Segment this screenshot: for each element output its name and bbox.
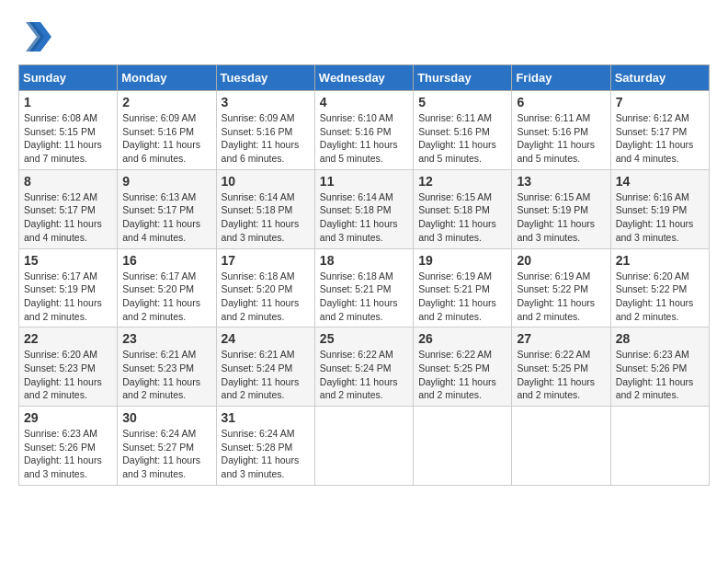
- calendar-day-22: 22 Sunrise: 6:20 AM Sunset: 5:23 PM Dayl…: [19, 327, 118, 407]
- calendar-week-2: 8 Sunrise: 6:12 AM Sunset: 5:17 PM Dayli…: [19, 169, 710, 248]
- daylight-label: Daylight: 11 hours and 5 minutes.: [517, 139, 595, 164]
- sunset-label: Sunset: 5:23 PM: [122, 362, 194, 373]
- daylight-label: Daylight: 11 hours and 2 minutes.: [418, 376, 496, 401]
- calendar-day-11: 11 Sunrise: 6:14 AM Sunset: 5:18 PM Dayl…: [314, 169, 413, 248]
- calendar-day-21: 21 Sunrise: 6:20 AM Sunset: 5:22 PM Dayl…: [610, 248, 709, 327]
- weekday-saturday: Saturday: [610, 65, 709, 91]
- calendar-day-19: 19 Sunrise: 6:19 AM Sunset: 5:21 PM Dayl…: [414, 248, 512, 327]
- sunset-label: Sunset: 5:16 PM: [222, 126, 293, 137]
- sunset-label: Sunset: 5:15 PM: [24, 126, 96, 137]
- day-info: Sunrise: 6:17 AM Sunset: 5:20 PM Dayligh…: [122, 270, 210, 324]
- daylight-label: Daylight: 11 hours and 2 minutes.: [517, 376, 595, 401]
- calendar-body: 1 Sunrise: 6:08 AM Sunset: 5:15 PM Dayli…: [19, 91, 710, 486]
- sunrise-label: Sunrise: 6:20 AM: [24, 349, 97, 360]
- sunrise-label: Sunrise: 6:12 AM: [616, 112, 689, 123]
- calendar-day-16: 16 Sunrise: 6:17 AM Sunset: 5:20 PM Dayl…: [118, 248, 216, 327]
- sunset-label: Sunset: 5:21 PM: [320, 283, 392, 294]
- sunrise-label: Sunrise: 6:22 AM: [517, 349, 590, 360]
- calendar-day-23: 23 Sunrise: 6:21 AM Sunset: 5:23 PM Dayl…: [118, 327, 216, 407]
- calendar-day-17: 17 Sunrise: 6:18 AM Sunset: 5:20 PM Dayl…: [216, 248, 314, 327]
- weekday-sunday: Sunday: [19, 65, 118, 91]
- sunset-label: Sunset: 5:17 PM: [616, 126, 688, 137]
- sunset-label: Sunset: 5:21 PM: [418, 283, 490, 294]
- sunset-label: Sunset: 5:22 PM: [616, 283, 688, 294]
- day-number: 18: [320, 253, 408, 268]
- sunset-label: Sunset: 5:17 PM: [122, 204, 194, 215]
- calendar-day-15: 15 Sunrise: 6:17 AM Sunset: 5:19 PM Dayl…: [19, 248, 118, 327]
- day-info: Sunrise: 6:12 AM Sunset: 5:17 PM Dayligh…: [616, 111, 704, 166]
- day-number: 21: [616, 253, 704, 268]
- logo: [18, 18, 59, 55]
- daylight-label: Daylight: 11 hours and 2 minutes.: [222, 376, 300, 401]
- daylight-label: Daylight: 11 hours and 3 minutes.: [320, 218, 398, 243]
- daylight-label: Daylight: 11 hours and 3 minutes.: [418, 218, 496, 243]
- day-number: 10: [222, 174, 310, 189]
- day-number: 31: [222, 410, 310, 425]
- calendar-table: SundayMondayTuesdayWednesdayThursdayFrid…: [18, 64, 710, 486]
- daylight-label: Daylight: 11 hours and 4 minutes.: [122, 218, 200, 243]
- day-info: Sunrise: 6:09 AM Sunset: 5:16 PM Dayligh…: [222, 111, 310, 166]
- sunrise-label: Sunrise: 6:22 AM: [320, 349, 393, 360]
- sunrise-label: Sunrise: 6:17 AM: [122, 270, 196, 282]
- sunset-label: Sunset: 5:26 PM: [616, 362, 688, 373]
- sunrise-label: Sunrise: 6:22 AM: [418, 349, 492, 360]
- daylight-label: Daylight: 11 hours and 2 minutes.: [517, 297, 595, 322]
- day-number: 7: [616, 95, 704, 109]
- weekday-friday: Friday: [512, 65, 610, 91]
- daylight-label: Daylight: 11 hours and 4 minutes.: [24, 218, 102, 243]
- weekday-monday: Monday: [118, 65, 216, 91]
- daylight-label: Daylight: 11 hours and 3 minutes.: [222, 454, 300, 479]
- day-info: Sunrise: 6:19 AM Sunset: 5:21 PM Dayligh…: [418, 270, 506, 324]
- calendar-day-14: 14 Sunrise: 6:16 AM Sunset: 5:19 PM Dayl…: [610, 169, 709, 248]
- empty-cell: [414, 407, 512, 486]
- daylight-label: Daylight: 11 hours and 6 minutes.: [222, 139, 300, 164]
- day-number: 29: [24, 410, 112, 425]
- sunset-label: Sunset: 5:20 PM: [222, 283, 293, 294]
- calendar-day-9: 9 Sunrise: 6:13 AM Sunset: 5:17 PM Dayli…: [118, 169, 216, 248]
- daylight-label: Daylight: 11 hours and 2 minutes.: [616, 297, 694, 322]
- day-info: Sunrise: 6:23 AM Sunset: 5:26 PM Dayligh…: [616, 348, 704, 402]
- day-info: Sunrise: 6:19 AM Sunset: 5:22 PM Dayligh…: [517, 270, 605, 324]
- daylight-label: Daylight: 11 hours and 2 minutes.: [418, 297, 496, 322]
- day-number: 16: [122, 253, 210, 268]
- calendar-day-28: 28 Sunrise: 6:23 AM Sunset: 5:26 PM Dayl…: [610, 327, 709, 407]
- calendar-day-26: 26 Sunrise: 6:22 AM Sunset: 5:25 PM Dayl…: [414, 327, 512, 407]
- sunrise-label: Sunrise: 6:14 AM: [222, 191, 295, 202]
- sunrise-label: Sunrise: 6:11 AM: [517, 112, 590, 123]
- sunset-label: Sunset: 5:18 PM: [418, 204, 490, 215]
- day-number: 22: [24, 331, 112, 346]
- calendar-week-4: 22 Sunrise: 6:20 AM Sunset: 5:23 PM Dayl…: [19, 327, 710, 407]
- page-header: [18, 18, 710, 55]
- calendar-day-13: 13 Sunrise: 6:15 AM Sunset: 5:19 PM Dayl…: [512, 169, 610, 248]
- calendar-day-1: 1 Sunrise: 6:08 AM Sunset: 5:15 PM Dayli…: [19, 91, 118, 170]
- sunrise-label: Sunrise: 6:24 AM: [122, 428, 196, 439]
- day-info: Sunrise: 6:11 AM Sunset: 5:16 PM Dayligh…: [517, 111, 605, 166]
- day-info: Sunrise: 6:18 AM Sunset: 5:20 PM Dayligh…: [222, 270, 310, 324]
- sunrise-label: Sunrise: 6:13 AM: [122, 191, 196, 202]
- day-number: 27: [517, 331, 605, 346]
- day-info: Sunrise: 6:13 AM Sunset: 5:17 PM Dayligh…: [122, 190, 210, 245]
- daylight-label: Daylight: 11 hours and 5 minutes.: [418, 139, 496, 164]
- day-info: Sunrise: 6:24 AM Sunset: 5:27 PM Dayligh…: [122, 427, 210, 481]
- daylight-label: Daylight: 11 hours and 2 minutes.: [24, 297, 102, 322]
- empty-cell: [610, 407, 709, 486]
- day-info: Sunrise: 6:10 AM Sunset: 5:16 PM Dayligh…: [320, 111, 408, 166]
- day-number: 6: [517, 95, 605, 109]
- sunset-label: Sunset: 5:16 PM: [418, 126, 490, 137]
- sunrise-label: Sunrise: 6:09 AM: [122, 112, 196, 123]
- day-number: 17: [222, 253, 310, 268]
- sunrise-label: Sunrise: 6:09 AM: [222, 112, 295, 123]
- day-number: 15: [24, 253, 112, 268]
- sunrise-label: Sunrise: 6:12 AM: [24, 191, 97, 202]
- day-info: Sunrise: 6:22 AM Sunset: 5:25 PM Dayligh…: [517, 348, 605, 402]
- day-number: 20: [517, 253, 605, 268]
- sunset-label: Sunset: 5:25 PM: [418, 362, 490, 373]
- sunrise-label: Sunrise: 6:15 AM: [517, 191, 590, 202]
- sunset-label: Sunset: 5:17 PM: [24, 204, 96, 215]
- day-number: 5: [418, 95, 506, 109]
- calendar-week-5: 29 Sunrise: 6:23 AM Sunset: 5:26 PM Dayl…: [19, 407, 710, 486]
- sunset-label: Sunset: 5:20 PM: [122, 283, 194, 294]
- day-number: 25: [320, 331, 408, 346]
- calendar-day-6: 6 Sunrise: 6:11 AM Sunset: 5:16 PM Dayli…: [512, 91, 610, 170]
- day-info: Sunrise: 6:14 AM Sunset: 5:18 PM Dayligh…: [222, 190, 310, 245]
